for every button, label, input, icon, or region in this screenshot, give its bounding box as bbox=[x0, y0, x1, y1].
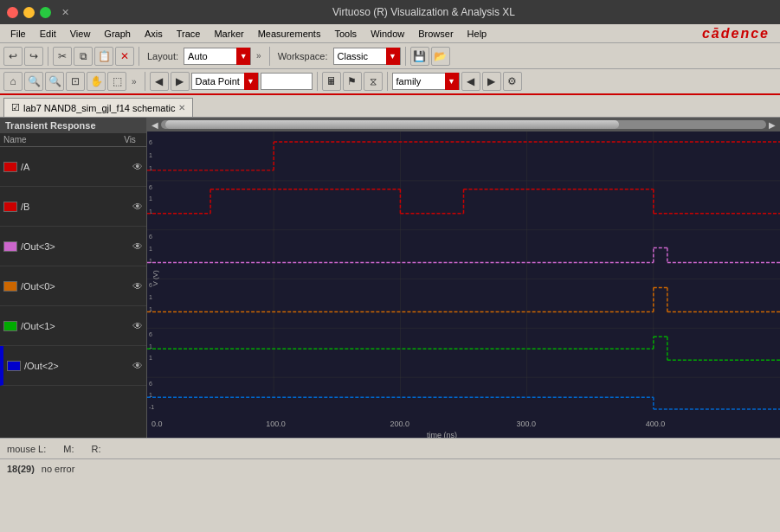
menu-view[interactable]: View bbox=[63, 27, 98, 41]
more-button-1[interactable]: » bbox=[253, 51, 265, 61]
workspace-value: Classic bbox=[334, 51, 386, 61]
minimize-button[interactable] bbox=[23, 7, 35, 18]
signal-name-out2: /Out<2> bbox=[24, 361, 129, 371]
family-combo[interactable]: family ▼ bbox=[392, 73, 460, 90]
svg-text:400.0: 400.0 bbox=[646, 420, 666, 428]
tab-check-icon: ☑ bbox=[11, 102, 20, 113]
scroll-right-arrow[interactable]: ▶ bbox=[766, 120, 778, 130]
datapoint-combo-arrow[interactable]: ▼ bbox=[244, 73, 258, 90]
window-controls[interactable] bbox=[7, 7, 51, 18]
scroll-left-arrow[interactable]: ◀ bbox=[149, 120, 161, 130]
forward-button[interactable]: ↪ bbox=[24, 47, 43, 66]
divider-2 bbox=[139, 47, 139, 66]
waveform-canvas[interactable]: 6 1 1 6 1 1 bbox=[147, 131, 780, 438]
graph-panel[interactable]: ◀ ▶ bbox=[147, 118, 780, 438]
svg-text:6: 6 bbox=[149, 184, 152, 190]
signal-area: Transient Response Name Vis /A 👁 /B 👁 /O… bbox=[0, 118, 780, 438]
signal-color-out0 bbox=[3, 281, 17, 292]
save-session-button[interactable]: 💾 bbox=[410, 47, 429, 66]
cut-button[interactable]: ✂ bbox=[53, 47, 72, 66]
datapoint-value: Data Point bbox=[192, 76, 244, 87]
zoom-in-button[interactable]: 🔍 bbox=[45, 72, 64, 91]
menu-edit[interactable]: Edit bbox=[33, 27, 63, 41]
signal-eye-out1[interactable]: 👁 bbox=[132, 320, 143, 332]
mouse-m-label: M: bbox=[63, 444, 74, 454]
tab-schematic[interactable]: ☑ lab7 NAND8_sim_gjl_f14 schematic ✕ bbox=[3, 98, 193, 117]
more-button-2[interactable]: » bbox=[128, 77, 140, 87]
signal-eye-a[interactable]: 👁 bbox=[132, 161, 143, 173]
back-button[interactable]: ↩ bbox=[3, 47, 23, 66]
home-button[interactable]: ⌂ bbox=[3, 72, 23, 91]
svg-text:1: 1 bbox=[149, 195, 152, 202]
svg-text:1: 1 bbox=[149, 355, 152, 361]
graph-scrollbar[interactable]: ◀ ▶ bbox=[147, 118, 780, 131]
cadence-logo: cādence bbox=[702, 26, 777, 42]
pan-button[interactable]: ✋ bbox=[87, 72, 106, 91]
calc-button[interactable]: 🖩 bbox=[322, 72, 341, 91]
vis-column-header: Vis bbox=[117, 135, 143, 144]
load-session-button[interactable]: 📂 bbox=[431, 47, 450, 66]
tab-close-button[interactable]: ✕ bbox=[178, 103, 185, 112]
mouse-r-label: R: bbox=[91, 444, 100, 454]
close-button[interactable] bbox=[7, 7, 18, 18]
menu-marker[interactable]: Marker bbox=[207, 27, 250, 41]
zoom-fit-button[interactable]: ⊡ bbox=[66, 72, 85, 91]
svg-text:6: 6 bbox=[149, 139, 152, 145]
signal-row-a: /A 👁 bbox=[0, 147, 146, 187]
next-button[interactable]: ▶ bbox=[171, 72, 190, 91]
workspace-combo-arrow[interactable]: ▼ bbox=[386, 48, 400, 65]
signal-row-out1: /Out<1> 👁 bbox=[0, 306, 146, 346]
signal-eye-out2[interactable]: 👁 bbox=[132, 360, 143, 372]
delete-button[interactable]: ✕ bbox=[115, 47, 134, 66]
svg-text:300.0: 300.0 bbox=[517, 420, 537, 428]
divider-5 bbox=[145, 72, 145, 91]
next-family-button[interactable]: ▶ bbox=[482, 72, 501, 91]
svg-text:6: 6 bbox=[149, 234, 152, 240]
divider-7 bbox=[387, 72, 388, 91]
menu-axis[interactable]: Axis bbox=[138, 27, 170, 41]
divider-3 bbox=[269, 47, 270, 66]
signal-eye-out3[interactable]: 👁 bbox=[132, 240, 143, 253]
marker-button[interactable]: ⚑ bbox=[343, 72, 362, 91]
workspace-combo[interactable]: Classic ▼ bbox=[333, 48, 401, 65]
paste-button[interactable]: 📋 bbox=[94, 47, 113, 66]
signal-eye-out0[interactable]: 👁 bbox=[132, 280, 143, 292]
prev-button[interactable]: ◀ bbox=[150, 72, 169, 91]
signal-name-out3: /Out<3> bbox=[21, 241, 129, 252]
menu-trace[interactable]: Trace bbox=[170, 27, 208, 41]
name-column-header: Name bbox=[3, 135, 117, 144]
svg-text:-1: -1 bbox=[149, 404, 154, 410]
menu-graph[interactable]: Graph bbox=[97, 27, 138, 41]
zoom-out-button[interactable]: 🔍 bbox=[24, 72, 43, 91]
copy-button[interactable]: ⧉ bbox=[74, 47, 93, 66]
signal-name-out0: /Out<0> bbox=[21, 281, 129, 292]
menu-browser[interactable]: Browser bbox=[411, 27, 460, 41]
signal-color-a bbox=[3, 162, 17, 172]
scrollbar-thumb[interactable] bbox=[165, 120, 619, 129]
panel-title: Transient Response bbox=[0, 118, 146, 133]
maximize-button[interactable] bbox=[40, 7, 51, 18]
svg-text:1: 1 bbox=[149, 294, 152, 300]
signal-list-header: Name Vis bbox=[0, 133, 146, 147]
menu-file[interactable]: File bbox=[3, 27, 33, 41]
datapoint-input[interactable] bbox=[261, 73, 313, 90]
svg-text:6: 6 bbox=[149, 381, 152, 387]
scrollbar-track[interactable] bbox=[161, 120, 766, 129]
signal-row-b: /B 👁 bbox=[0, 187, 146, 227]
cursor-button[interactable]: ⧖ bbox=[364, 72, 383, 91]
signal-eye-b[interactable]: 👁 bbox=[132, 201, 143, 213]
layout-combo-arrow[interactable]: ▼ bbox=[236, 48, 250, 65]
datapoint-combo[interactable]: Data Point ▼ bbox=[191, 73, 259, 90]
menu-measurements[interactable]: Measurements bbox=[251, 27, 328, 41]
select-button[interactable]: ⬚ bbox=[107, 72, 126, 91]
svg-text:6: 6 bbox=[149, 331, 152, 337]
layout-combo[interactable]: Auto ▼ bbox=[184, 48, 251, 65]
menu-help[interactable]: Help bbox=[461, 27, 494, 41]
svg-text:1: 1 bbox=[149, 152, 152, 158]
family-combo-arrow[interactable]: ▼ bbox=[445, 73, 459, 90]
settings-button[interactable]: ⚙ bbox=[503, 72, 522, 91]
menu-tools[interactable]: Tools bbox=[327, 27, 364, 41]
status-bar: mouse L: M: R: bbox=[0, 438, 780, 458]
prev-family-button[interactable]: ◀ bbox=[461, 72, 480, 91]
menu-window[interactable]: Window bbox=[364, 27, 411, 41]
